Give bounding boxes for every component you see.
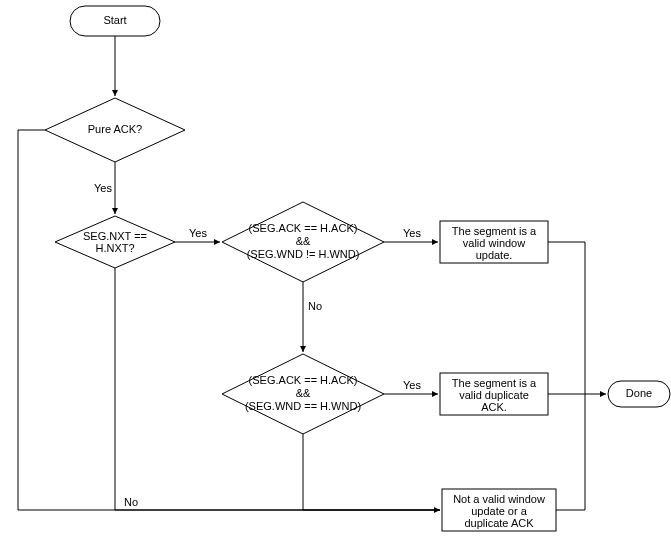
svg-text:(SEG.ACK == H.ACK): (SEG.ACK == H.ACK) xyxy=(249,374,358,386)
svg-text:valid window: valid window xyxy=(463,237,525,249)
svg-text:(SEG.ACK == H.ACK): (SEG.ACK == H.ACK) xyxy=(249,222,358,234)
edge-label-yes: Yes xyxy=(94,182,112,194)
done-label: Done xyxy=(626,387,652,399)
svg-text:H.NXT?: H.NXT? xyxy=(95,242,134,254)
start-label: Start xyxy=(103,14,126,26)
svg-text:No: No xyxy=(124,496,138,508)
svg-text:&&: && xyxy=(296,235,311,247)
svg-text:&&: && xyxy=(296,387,311,399)
svg-text:valid duplicate: valid duplicate xyxy=(459,389,529,401)
svg-text:The segment is a: The segment is a xyxy=(452,377,537,389)
svg-text:No: No xyxy=(308,300,322,312)
svg-text:Yes: Yes xyxy=(403,379,421,391)
edge-d1-no xyxy=(18,130,440,510)
decision-pure-ack-label: Pure ACK? xyxy=(88,123,142,135)
svg-text:(SEG.WND != H.WND): (SEG.WND != H.WND) xyxy=(247,248,360,260)
svg-text:duplicate ACK: duplicate ACK xyxy=(464,517,534,529)
svg-text:Yes: Yes xyxy=(189,227,207,239)
svg-text:ACK.: ACK. xyxy=(481,401,507,413)
svg-text:update or a: update or a xyxy=(471,505,528,517)
svg-text:Not a valid window: Not a valid window xyxy=(453,493,545,505)
svg-text:update.: update. xyxy=(476,249,513,261)
flowchart: Start Pure ACK? Yes SEG.NXT == H.NXT? Ye… xyxy=(0,0,671,551)
svg-text:Yes: Yes xyxy=(403,227,421,239)
svg-text:SEG.NXT ==: SEG.NXT == xyxy=(83,230,147,242)
svg-text:(SEG.WND == H.WND): (SEG.WND == H.WND) xyxy=(245,400,361,412)
svg-text:The segment is a: The segment is a xyxy=(452,225,537,237)
